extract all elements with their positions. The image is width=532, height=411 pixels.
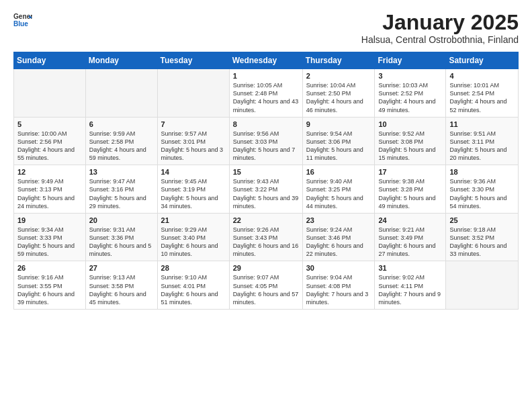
calendar-cell: 4Sunrise: 10:01 AMSunset: 2:54 PMDayligh… [446, 69, 519, 118]
calendar-cell: 14Sunrise: 9:45 AMSunset: 3:19 PMDayligh… [157, 165, 229, 214]
calendar-cell: 3Sunrise: 10:03 AMSunset: 2:52 PMDayligh… [375, 69, 446, 118]
day-number: 22 [233, 216, 299, 224]
calendar-cell: 17Sunrise: 9:38 AMSunset: 3:28 PMDayligh… [375, 165, 446, 214]
weekday-header-row: SundayMondayTuesdayWednesdayThursdayFrid… [14, 52, 519, 69]
calendar-cell: 23Sunrise: 9:24 AMSunset: 3:46 PMDayligh… [302, 213, 375, 261]
day-info: Sunrise: 9:16 AMSunset: 3:55 PMDaylight:… [17, 273, 82, 306]
calendar-cell: 31Sunrise: 9:02 AMSunset: 4:11 PMDayligh… [375, 261, 446, 310]
calendar-cell: 12Sunrise: 9:49 AMSunset: 3:13 PMDayligh… [14, 165, 86, 214]
day-number: 16 [306, 168, 371, 176]
day-number: 11 [449, 120, 515, 128]
day-number: 12 [17, 168, 82, 176]
calendar-week-4: 19Sunrise: 9:34 AMSunset: 3:33 PMDayligh… [14, 213, 519, 261]
day-info: Sunrise: 9:07 AMSunset: 4:05 PMDaylight:… [233, 273, 299, 306]
day-number: 28 [161, 264, 226, 272]
day-number: 10 [378, 120, 442, 128]
calendar-week-1: 1Sunrise: 10:05 AMSunset: 2:48 PMDayligh… [14, 69, 519, 118]
day-number: 8 [233, 120, 299, 128]
day-info: Sunrise: 9:54 AMSunset: 3:06 PMDaylight:… [306, 130, 371, 163]
day-info: Sunrise: 9:59 AMSunset: 2:58 PMDaylight:… [89, 130, 154, 163]
day-number: 1 [233, 72, 299, 80]
day-number: 26 [17, 264, 82, 272]
calendar-cell [446, 261, 519, 310]
calendar-cell: 10Sunrise: 9:52 AMSunset: 3:08 PMDayligh… [375, 117, 446, 165]
calendar-cell: 25Sunrise: 9:18 AMSunset: 3:52 PMDayligh… [446, 213, 519, 261]
day-info: Sunrise: 9:04 AMSunset: 4:08 PMDaylight:… [306, 273, 371, 306]
weekday-header-monday: Monday [85, 52, 157, 69]
day-info: Sunrise: 9:18 AMSunset: 3:52 PMDaylight:… [449, 226, 515, 259]
day-number: 14 [161, 168, 226, 176]
day-info: Sunrise: 10:03 AMSunset: 2:52 PMDaylight… [378, 81, 442, 114]
day-info: Sunrise: 9:26 AMSunset: 3:43 PMDaylight:… [233, 226, 299, 259]
day-number: 15 [233, 168, 299, 176]
day-info: Sunrise: 9:40 AMSunset: 3:25 PMDaylight:… [306, 177, 371, 210]
day-number: 24 [378, 216, 442, 224]
day-number: 17 [378, 168, 442, 176]
day-number: 19 [17, 216, 82, 224]
day-info: Sunrise: 10:04 AMSunset: 2:50 PMDaylight… [306, 81, 371, 114]
day-info: Sunrise: 9:29 AMSunset: 3:40 PMDaylight:… [161, 226, 226, 259]
calendar-cell: 21Sunrise: 9:29 AMSunset: 3:40 PMDayligh… [157, 213, 229, 261]
day-number: 23 [306, 216, 371, 224]
day-number: 31 [378, 264, 442, 272]
day-number: 27 [89, 264, 154, 272]
calendar-cell: 24Sunrise: 9:21 AMSunset: 3:49 PMDayligh… [375, 213, 446, 261]
weekday-header-thursday: Thursday [302, 52, 375, 69]
calendar-cell: 13Sunrise: 9:47 AMSunset: 3:16 PMDayligh… [85, 165, 157, 214]
day-info: Sunrise: 9:31 AMSunset: 3:36 PMDaylight:… [89, 226, 154, 259]
calendar-cell: 15Sunrise: 9:43 AMSunset: 3:22 PMDayligh… [229, 165, 302, 214]
day-info: Sunrise: 10:01 AMSunset: 2:54 PMDaylight… [449, 81, 515, 114]
weekday-header-friday: Friday [375, 52, 446, 69]
day-info: Sunrise: 9:13 AMSunset: 3:58 PMDaylight:… [89, 273, 154, 306]
weekday-header-wednesday: Wednesday [229, 52, 302, 69]
day-number: 5 [17, 120, 82, 128]
day-number: 2 [306, 72, 371, 80]
day-info: Sunrise: 10:05 AMSunset: 2:48 PMDaylight… [233, 81, 299, 114]
day-info: Sunrise: 9:24 AMSunset: 3:46 PMDaylight:… [306, 226, 371, 259]
page: General Blue January 2025 Halsua, Centra… [0, 0, 532, 320]
logo-icon: General Blue [13, 11, 32, 30]
day-info: Sunrise: 9:34 AMSunset: 3:33 PMDaylight:… [17, 226, 82, 259]
calendar-cell: 7Sunrise: 9:57 AMSunset: 3:01 PMDaylight… [157, 117, 229, 165]
calendar-cell: 8Sunrise: 9:56 AMSunset: 3:03 PMDaylight… [229, 117, 302, 165]
calendar-table: SundayMondayTuesdayWednesdayThursdayFrid… [13, 52, 519, 310]
calendar-cell [157, 69, 229, 118]
day-number: 6 [89, 120, 154, 128]
day-number: 21 [161, 216, 226, 224]
calendar-cell: 6Sunrise: 9:59 AMSunset: 2:58 PMDaylight… [85, 117, 157, 165]
calendar-title: January 2025 [361, 11, 519, 34]
calendar-week-3: 12Sunrise: 9:49 AMSunset: 3:13 PMDayligh… [14, 165, 519, 214]
day-info: Sunrise: 9:47 AMSunset: 3:16 PMDaylight:… [89, 177, 154, 210]
day-number: 13 [89, 168, 154, 176]
day-info: Sunrise: 9:21 AMSunset: 3:49 PMDaylight:… [378, 226, 442, 259]
day-number: 30 [306, 264, 371, 272]
day-number: 3 [378, 72, 442, 80]
day-info: Sunrise: 9:51 AMSunset: 3:11 PMDaylight:… [449, 130, 515, 163]
calendar-cell [14, 69, 86, 118]
calendar-cell: 29Sunrise: 9:07 AMSunset: 4:05 PMDayligh… [229, 261, 302, 310]
calendar-cell: 22Sunrise: 9:26 AMSunset: 3:43 PMDayligh… [229, 213, 302, 261]
calendar-cell: 26Sunrise: 9:16 AMSunset: 3:55 PMDayligh… [14, 261, 86, 310]
calendar-cell: 28Sunrise: 9:10 AMSunset: 4:01 PMDayligh… [157, 261, 229, 310]
weekday-header-tuesday: Tuesday [157, 52, 229, 69]
calendar-cell: 27Sunrise: 9:13 AMSunset: 3:58 PMDayligh… [85, 261, 157, 310]
calendar-week-2: 5Sunrise: 10:00 AMSunset: 2:56 PMDayligh… [14, 117, 519, 165]
calendar-cell: 30Sunrise: 9:04 AMSunset: 4:08 PMDayligh… [302, 261, 375, 310]
calendar-cell: 19Sunrise: 9:34 AMSunset: 3:33 PMDayligh… [14, 213, 86, 261]
logo: General Blue [13, 11, 32, 30]
svg-text:Blue: Blue [13, 20, 28, 28]
title-block: January 2025 Halsua, Central Ostrobothni… [361, 11, 519, 45]
day-number: 4 [449, 72, 515, 80]
calendar-cell: 2Sunrise: 10:04 AMSunset: 2:50 PMDayligh… [302, 69, 375, 118]
day-info: Sunrise: 9:52 AMSunset: 3:08 PMDaylight:… [378, 130, 442, 163]
calendar-cell: 1Sunrise: 10:05 AMSunset: 2:48 PMDayligh… [229, 69, 302, 118]
calendar-cell [85, 69, 157, 118]
day-info: Sunrise: 9:38 AMSunset: 3:28 PMDaylight:… [378, 177, 442, 210]
day-info: Sunrise: 9:56 AMSunset: 3:03 PMDaylight:… [233, 130, 299, 163]
calendar-cell: 5Sunrise: 10:00 AMSunset: 2:56 PMDayligh… [14, 117, 86, 165]
calendar-cell: 11Sunrise: 9:51 AMSunset: 3:11 PMDayligh… [446, 117, 519, 165]
day-info: Sunrise: 9:49 AMSunset: 3:13 PMDaylight:… [17, 177, 82, 210]
calendar-cell: 18Sunrise: 9:36 AMSunset: 3:30 PMDayligh… [446, 165, 519, 214]
day-number: 7 [161, 120, 226, 128]
day-info: Sunrise: 9:45 AMSunset: 3:19 PMDaylight:… [161, 177, 226, 210]
